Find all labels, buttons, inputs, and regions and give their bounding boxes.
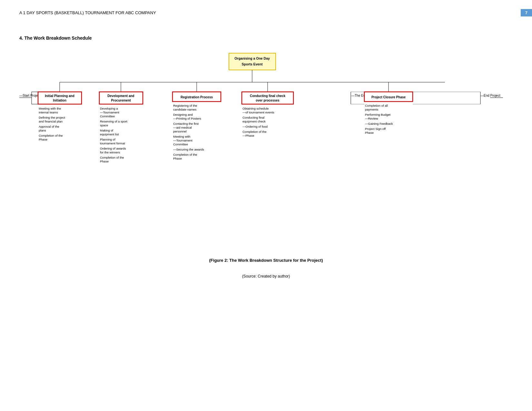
svg-rect-15 — [38, 92, 82, 104]
svg-text:Developing a: Developing a — [100, 107, 118, 110]
svg-text:—Tournament: —Tournament — [173, 139, 192, 142]
doc-title: A 1 DAY SPORTS (BASKETBALL) TOURNAMENT F… — [19, 10, 156, 15]
svg-text:Meeting with: Meeting with — [173, 135, 190, 138]
svg-text:Phase: Phase — [100, 160, 109, 163]
svg-text:Performing Budget: Performing Budget — [365, 113, 391, 116]
wbs-diagram: Organising a One Day Sports Event —Start… — [0, 50, 532, 250]
svg-text:candidate names: candidate names — [173, 108, 197, 111]
svg-text:Project Closure Phase: Project Closure Phase — [371, 95, 406, 99]
svg-text:—Gaining Feedback: —Gaining Feedback — [365, 122, 393, 125]
source-caption: (Source: Created by author) — [0, 274, 532, 279]
svg-text:Completion of the: Completion of the — [39, 134, 63, 137]
svg-text:Approval of the: Approval of the — [39, 125, 59, 128]
svg-text:Contacting the first: Contacting the first — [173, 122, 199, 125]
svg-text:Sports Event: Sports Event — [242, 62, 263, 66]
svg-text:and financial plan: and financial plan — [39, 120, 63, 123]
svg-text:Making of: Making of — [100, 129, 113, 132]
svg-text:Phase: Phase — [365, 131, 374, 134]
svg-text:Procurement: Procurement — [111, 99, 131, 102]
svg-text:plans: plans — [39, 129, 46, 132]
svg-text:Completion of the: Completion of the — [173, 153, 197, 156]
svg-text:Defining the project: Defining the project — [39, 116, 65, 119]
svg-text:—of tournament events: —of tournament events — [242, 111, 274, 114]
svg-text:Registering of the: Registering of the — [173, 104, 197, 107]
svg-text:Conducting final: Conducting final — [242, 116, 264, 119]
svg-text:—End Project: —End Project — [480, 94, 500, 97]
svg-rect-26 — [99, 92, 143, 104]
svg-text:Conducting final check: Conducting final check — [250, 94, 285, 98]
svg-text:Committee: Committee — [100, 114, 115, 118]
svg-text:Obtaining schedule: Obtaining schedule — [242, 107, 269, 110]
svg-text:Designing and: Designing and — [173, 113, 193, 116]
section-heading: 4. The Work Breakdown Schedule — [19, 35, 92, 41]
svg-text:Ordering of awards: Ordering of awards — [100, 147, 126, 150]
svg-text:—Start Project: —Start Project — [19, 94, 40, 97]
svg-text:Development and: Development and — [107, 94, 134, 98]
svg-text:Initiation: Initiation — [53, 99, 66, 102]
page-number: 7 — [521, 9, 532, 16]
svg-text:—Review: —Review — [365, 117, 378, 120]
svg-text:—Phase: —Phase — [242, 134, 254, 137]
svg-text:for the winners: for the winners — [100, 151, 120, 154]
figure-caption: (Figure 2: The Work Breakdown Structure … — [0, 258, 532, 263]
svg-text:equipment check: equipment check — [242, 120, 266, 123]
svg-rect-57 — [242, 92, 293, 104]
svg-text:—Tournament: —Tournament — [100, 111, 119, 114]
svg-text:—Printing of Posters: —Printing of Posters — [173, 117, 201, 120]
svg-text:Phase: Phase — [173, 157, 182, 160]
svg-text:Meeting with the: Meeting with the — [39, 107, 61, 110]
svg-text:tournament format: tournament format — [100, 142, 125, 145]
svg-text:Organising a One Day: Organising a One Day — [234, 56, 270, 60]
svg-text:space: space — [100, 123, 108, 127]
svg-text:Reserving of a sport: Reserving of a sport — [100, 120, 127, 123]
svg-text:Planning of: Planning of — [100, 138, 115, 141]
svg-text:personnel: personnel — [173, 130, 187, 133]
svg-text:Completion of the: Completion of the — [242, 130, 266, 133]
svg-rect-0 — [229, 53, 276, 70]
svg-text:Phase: Phase — [39, 138, 47, 141]
svg-text:—Securing the awards: —Securing the awards — [173, 148, 204, 151]
svg-text:Registration Process: Registration Process — [181, 95, 213, 99]
svg-text:Initial Planning and: Initial Planning and — [45, 94, 74, 98]
svg-text:equipment list: equipment list — [100, 132, 119, 136]
svg-text:—aid medical: —aid medical — [173, 126, 192, 129]
svg-text:internal teams: internal teams — [39, 111, 58, 114]
svg-text:Completion of all: Completion of all — [365, 104, 388, 107]
svg-text:over processes: over processes — [256, 99, 280, 102]
svg-text:Committee: Committee — [173, 142, 188, 146]
svg-text:Completion of the: Completion of the — [100, 156, 124, 159]
svg-text:payments: payments — [365, 108, 378, 111]
svg-text:Project Sign off: Project Sign off — [365, 127, 386, 131]
svg-text:—Ordering of food: —Ordering of food — [242, 125, 268, 128]
